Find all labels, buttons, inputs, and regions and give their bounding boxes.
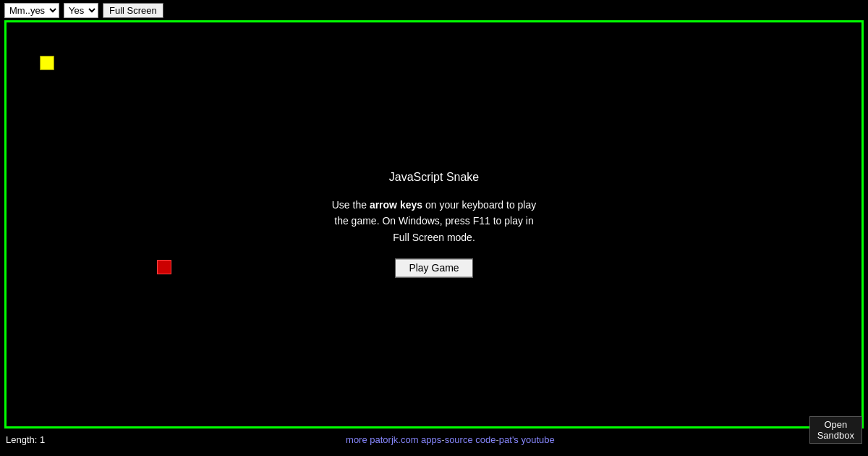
game-instructions: Use the arrow keys on your keyboard to p…: [326, 197, 542, 245]
fullscreen-button[interactable]: Full Screen: [103, 3, 163, 18]
food: [157, 260, 171, 274]
more-apps-link[interactable]: more patorjk.com apps: [346, 434, 441, 445]
source-code-link[interactable]: source code: [445, 434, 496, 445]
footer-right: H Open Sandbox: [856, 434, 862, 445]
toolbar: Mm..yes Slow Normal Fast Yes No Full Scr…: [0, 0, 868, 20]
game-area: JavaScript Snake Use the arrow keys on y…: [4, 20, 864, 428]
speed-select[interactable]: Mm..yes Slow Normal Fast: [4, 3, 59, 18]
play-game-button[interactable]: Play Game: [395, 259, 472, 278]
footer-links: more patorjk.com apps - source code - pa…: [346, 434, 555, 445]
game-title: JavaScript Snake: [326, 171, 542, 184]
length-display: Length: 1: [6, 434, 45, 445]
youtube-link[interactable]: pat's youtube: [499, 434, 555, 445]
open-sandbox-button[interactable]: Open Sandbox: [809, 416, 862, 444]
snake-head: [40, 56, 54, 70]
game-overlay: JavaScript Snake Use the arrow keys on y…: [326, 171, 542, 277]
sound-select[interactable]: Yes No: [64, 3, 98, 18]
footer: Length: 1 more patorjk.com apps - source…: [0, 428, 868, 450]
